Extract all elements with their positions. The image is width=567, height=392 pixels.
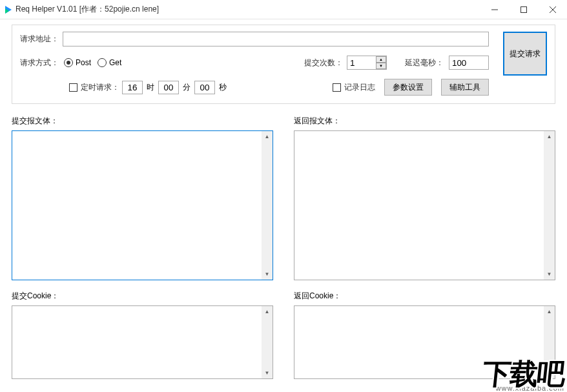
timed-label: 定时请求：: [81, 82, 119, 93]
second-unit: 秒: [219, 82, 227, 93]
scroll-up-icon[interactable]: ▲: [544, 131, 555, 142]
response-body-textarea[interactable]: [294, 131, 544, 280]
log-label: 记录日志: [344, 82, 375, 93]
scrollbar[interactable]: ▲ ▼: [544, 306, 555, 378]
request-cookie-wrap: ▲ ▼: [12, 305, 273, 379]
second-input[interactable]: [194, 81, 215, 94]
minimize-button[interactable]: [480, 0, 509, 19]
scroll-up-icon[interactable]: ▲: [262, 306, 273, 317]
response-body-label: 返回报文体：: [294, 116, 555, 127]
response-cookie-textarea[interactable]: [294, 306, 544, 378]
response-cookie-label: 返回Cookie：: [294, 291, 555, 302]
timed-checkbox[interactable]: [69, 83, 77, 92]
submit-label: 提交请求: [510, 48, 541, 59]
request-cookie-label: 提交Cookie：: [12, 291, 273, 302]
scroll-down-icon[interactable]: ▼: [544, 367, 555, 378]
submit-button[interactable]: 提交请求: [503, 32, 547, 76]
log-checkbox[interactable]: [333, 83, 341, 92]
svg-rect-1: [521, 6, 526, 12]
window-title: Req Helper V1.01 [作者：52pojie.cn lene]: [15, 4, 159, 15]
delay-label: 延迟毫秒：: [405, 57, 444, 68]
radio-circle-icon: [64, 58, 73, 67]
maximize-button[interactable]: [509, 0, 538, 19]
param-settings-button[interactable]: 参数设置: [384, 79, 432, 96]
url-input[interactable]: [63, 32, 489, 46]
radio-post-label: Post: [76, 58, 91, 67]
request-body-wrap: ▲ ▼: [12, 130, 273, 280]
scroll-up-icon[interactable]: ▲: [262, 131, 273, 142]
radio-get[interactable]: Get: [98, 58, 121, 67]
minute-unit: 分: [183, 82, 191, 93]
request-panel: 请求地址： 请求方式： Post Get 提交次数：: [12, 25, 555, 104]
minute-input[interactable]: [158, 81, 179, 94]
request-body-textarea[interactable]: [12, 131, 262, 280]
delay-input[interactable]: [449, 56, 489, 70]
titlebar: Req Helper V1.01 [作者：52pojie.cn lene]: [0, 0, 567, 19]
close-button[interactable]: [538, 0, 567, 19]
scroll-up-icon[interactable]: ▲: [544, 306, 555, 317]
scrollbar[interactable]: ▲ ▼: [262, 131, 273, 280]
spin-up-icon[interactable]: ▲: [376, 56, 386, 63]
radio-get-label: Get: [109, 58, 121, 67]
hour-unit: 时: [147, 82, 154, 93]
radio-circle-icon: [98, 58, 107, 67]
count-label: 提交次数：: [304, 57, 343, 68]
scrollbar[interactable]: ▲ ▼: [544, 131, 555, 280]
url-label: 请求地址：: [20, 34, 59, 45]
scroll-down-icon[interactable]: ▼: [262, 269, 273, 280]
scroll-down-icon[interactable]: ▼: [262, 367, 273, 378]
window-controls: [480, 0, 567, 19]
response-body-wrap: ▲ ▼: [294, 130, 555, 280]
request-cookie-textarea[interactable]: [12, 306, 262, 378]
app-icon: [5, 6, 12, 14]
response-cookie-wrap: ▲ ▼: [294, 305, 555, 379]
scroll-down-icon[interactable]: ▼: [544, 269, 555, 280]
spin-down-icon[interactable]: ▼: [376, 63, 386, 69]
helper-tools-button[interactable]: 辅助工具: [441, 79, 489, 96]
method-label: 请求方式：: [20, 57, 59, 68]
hour-input[interactable]: [122, 81, 143, 94]
radio-post[interactable]: Post: [64, 58, 91, 67]
watermark-url: www.xiazaiba.com: [483, 384, 564, 392]
method-radio-group: Post Get: [64, 58, 121, 67]
request-body-label: 提交报文体：: [12, 116, 273, 127]
scrollbar[interactable]: ▲ ▼: [262, 306, 273, 378]
